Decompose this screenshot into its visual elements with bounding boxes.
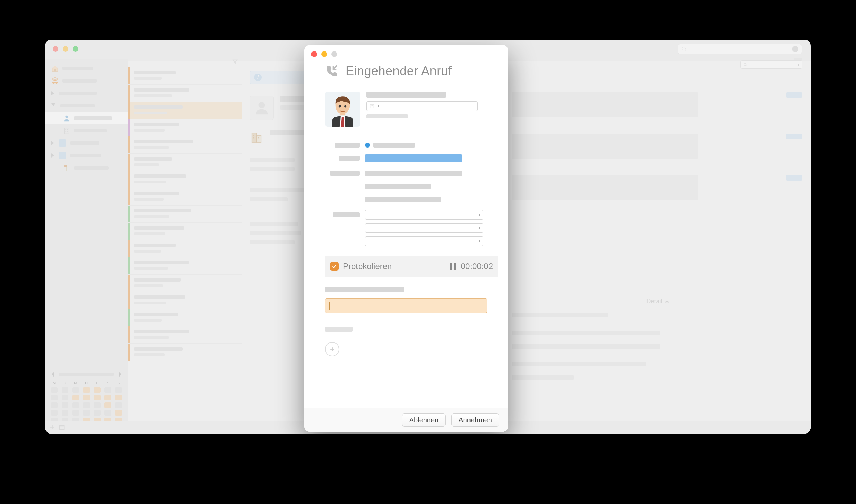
cal-day[interactable]	[62, 387, 68, 393]
note-input[interactable]	[325, 298, 487, 313]
cal-day[interactable]	[72, 402, 79, 408]
nav-companies[interactable]	[45, 124, 128, 137]
modal-traffic-lights	[311, 51, 337, 57]
fullscreen-icon[interactable]	[73, 46, 78, 52]
go-button[interactable]	[476, 224, 483, 232]
phone-number-highlight[interactable]	[365, 154, 462, 162]
cal-day[interactable]	[72, 395, 79, 400]
avatar-placeholder	[250, 96, 274, 120]
detail-value	[365, 197, 441, 202]
caller-name	[366, 92, 446, 98]
cal-dow-header: M D M D F S S	[50, 381, 123, 385]
nav-group-collapsed-2[interactable]	[45, 137, 128, 149]
clear-search-icon[interactable]	[792, 46, 798, 52]
cal-day[interactable]	[83, 395, 90, 400]
cal-day[interactable]	[94, 387, 101, 393]
svg-line-1	[685, 50, 686, 51]
cal-day[interactable]	[51, 410, 58, 416]
list-item[interactable]	[128, 275, 242, 292]
nav-group-collapsed[interactable]	[45, 87, 128, 99]
list-item[interactable]	[128, 344, 242, 361]
cal-day[interactable]	[51, 402, 58, 408]
right-search[interactable]: ▾	[740, 60, 802, 69]
cal-prev-button[interactable]	[50, 372, 55, 377]
list-item[interactable]	[128, 154, 242, 171]
related-field[interactable]	[365, 210, 483, 220]
list-item[interactable]	[128, 85, 242, 102]
titlebar-search[interactable]	[678, 44, 802, 54]
list-item[interactable]	[128, 119, 242, 136]
list-item[interactable]	[128, 309, 242, 326]
cal-day[interactable]	[94, 402, 101, 408]
cal-day[interactable]	[83, 410, 90, 416]
nav-people[interactable]	[45, 112, 128, 124]
related-field[interactable]	[365, 223, 483, 233]
cal-day[interactable]	[104, 387, 111, 393]
cal-day[interactable]	[104, 395, 111, 400]
list-item[interactable]	[128, 136, 242, 154]
cal-day[interactable]	[104, 402, 111, 408]
list-item[interactable]	[128, 326, 242, 344]
minimize-icon[interactable]	[63, 46, 68, 52]
accept-button[interactable]: Annehmen	[451, 413, 499, 427]
cal-day[interactable]	[115, 410, 122, 416]
cal-day[interactable]	[115, 402, 122, 408]
panel-block[interactable]	[512, 92, 698, 117]
cal-day[interactable]	[62, 402, 68, 408]
add-attachment-button[interactable]	[325, 342, 339, 356]
incoming-call-icon	[325, 64, 339, 78]
calendar-view-button[interactable]	[59, 424, 65, 430]
list-item[interactable]	[128, 102, 242, 119]
cal-day[interactable]	[72, 410, 79, 416]
close-icon[interactable]	[53, 46, 58, 52]
list-item[interactable]	[128, 206, 242, 223]
cal-day[interactable]	[115, 387, 122, 393]
nav-home[interactable]	[45, 62, 128, 75]
panel-block[interactable]	[512, 175, 698, 200]
list-item[interactable]	[128, 292, 242, 309]
caller-lookup-field[interactable]	[366, 101, 478, 111]
decline-button[interactable]: Ablehnen	[402, 413, 446, 427]
list-item[interactable]	[128, 223, 242, 240]
go-button[interactable]	[476, 237, 483, 246]
minimize-icon[interactable]	[321, 51, 327, 57]
panel-tag	[786, 134, 802, 139]
add-button[interactable]	[49, 424, 55, 430]
cal-day[interactable]	[51, 387, 58, 393]
cal-day[interactable]	[51, 395, 58, 400]
folder-icon	[59, 139, 66, 147]
close-icon[interactable]	[311, 51, 317, 57]
modal-title: Eingehender Anruf	[325, 64, 498, 78]
list-item[interactable]	[128, 257, 242, 275]
caller-avatar	[325, 92, 360, 127]
go-button[interactable]	[375, 102, 382, 111]
cal-day[interactable]	[115, 395, 122, 400]
svg-point-18	[258, 102, 265, 108]
cal-day[interactable]	[62, 395, 68, 400]
panel-block[interactable]	[512, 134, 698, 159]
cal-day[interactable]	[72, 387, 79, 393]
pause-icon[interactable]	[450, 263, 456, 270]
list-item[interactable]	[128, 240, 242, 257]
related-field[interactable]	[365, 236, 483, 246]
nav-group-collapsed-3[interactable]	[45, 149, 128, 162]
cal-day[interactable]	[94, 395, 101, 400]
list-item[interactable]	[128, 67, 242, 85]
cal-day[interactable]	[104, 410, 111, 416]
cal-next-button[interactable]	[118, 372, 123, 377]
cal-day[interactable]	[62, 410, 68, 416]
list-item[interactable]	[128, 171, 242, 188]
company-icon	[250, 130, 263, 144]
cal-day[interactable]	[83, 402, 90, 408]
protocol-checkbox[interactable]	[330, 262, 339, 271]
cal-day[interactable]	[94, 410, 101, 416]
go-button[interactable]	[476, 210, 483, 219]
nav-tools[interactable]	[45, 162, 128, 174]
fullscreen-icon	[331, 51, 337, 57]
detail-toggle[interactable]: Detail	[505, 298, 811, 305]
list-item[interactable]	[128, 188, 242, 206]
nav-group-open[interactable]	[45, 99, 128, 112]
cal-day[interactable]	[83, 387, 90, 393]
nav-contacts-group[interactable]	[45, 75, 128, 87]
filter-icon[interactable]	[232, 59, 238, 67]
